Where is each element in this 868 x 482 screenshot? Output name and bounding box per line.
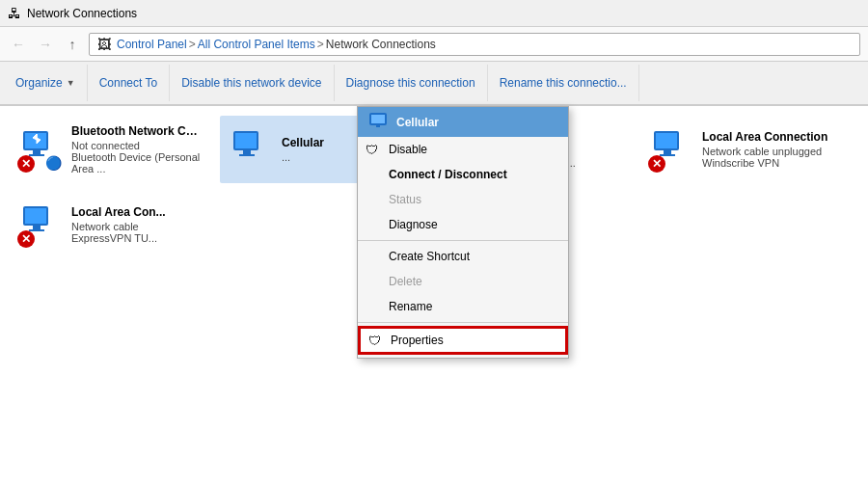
local-name: Local Area Connection <box>702 130 833 144</box>
organize-dropdown-arrow: ▼ <box>67 78 75 88</box>
bluetooth-icon-container: ✕ 🔵 <box>19 128 62 171</box>
properties-shield-icon: 🛡 <box>368 334 381 348</box>
svg-rect-3 <box>29 154 44 156</box>
disable-network-button[interactable]: Disable this network device <box>170 65 334 101</box>
back-button[interactable]: ← <box>8 34 29 55</box>
svg-rect-21 <box>29 229 44 231</box>
bluetooth-error-badge: ✕ <box>17 155 35 173</box>
svg-rect-23 <box>371 115 385 123</box>
breadcrumb-control-panel[interactable]: Control Panel <box>117 38 187 51</box>
separator-1: > <box>189 38 196 51</box>
svg-rect-24 <box>376 125 380 127</box>
svg-rect-16 <box>664 150 671 154</box>
local2-status: Network cable <box>71 221 203 232</box>
context-menu-create-shortcut[interactable]: Create Shortcut <box>358 244 568 269</box>
main-content: ✕ 🔵 Bluetooth Network Connection Not con… <box>0 106 868 482</box>
local2-error-badge: ✕ <box>17 230 35 248</box>
svg-rect-19 <box>25 208 46 224</box>
context-menu-delete: Delete <box>358 269 568 294</box>
context-menu-properties[interactable]: 🛡 Properties <box>358 326 568 355</box>
context-menu-status: Status <box>358 187 568 212</box>
separator-2: > <box>317 38 324 51</box>
breadcrumb-icon: 🖼 <box>97 37 111 52</box>
local2-detail: ExpressVPN TU... <box>71 232 203 244</box>
forward-button[interactable]: → <box>35 34 56 55</box>
address-bar: ← → ↑ 🖼 Control Panel > All Control Pane… <box>0 27 868 62</box>
up-button[interactable]: ↑ <box>62 34 83 55</box>
local2-icon-container: ✕ <box>19 203 62 246</box>
breadcrumb-all-items[interactable]: All Control Panel Items <box>198 38 315 51</box>
context-menu-title: Cellular <box>396 116 439 129</box>
bluetooth-detail: Bluetooth Device (Personal Area ... <box>71 151 203 174</box>
local-icon-container: ✕ <box>650 128 692 171</box>
bluetooth-overlay-icon: 🔵 <box>45 155 62 171</box>
svg-rect-9 <box>239 154 255 156</box>
cellular-monitor-icon <box>230 128 266 165</box>
local-info: Local Area Connection Network cable unpl… <box>702 130 833 169</box>
context-menu: Cellular 🛡 Disable Connect / Disconnect … <box>357 106 569 359</box>
organize-button[interactable]: Organize ▼ <box>4 65 88 101</box>
local-detail: Windscribe VPN <box>702 157 833 169</box>
cellular-header-icon <box>369 113 389 128</box>
network-item-bluetooth[interactable]: ✕ 🔵 Bluetooth Network Connection Not con… <box>10 116 212 183</box>
title-bar: 🖧 Network Connections <box>0 0 868 27</box>
connect-to-button[interactable]: Connect To <box>88 65 171 101</box>
network-item-local[interactable]: ✕ Local Area Connection Network cable un… <box>640 116 843 183</box>
diagnose-button[interactable]: Diagnose this connection <box>335 65 488 101</box>
svg-rect-7 <box>235 133 257 148</box>
title-bar-icon: 🖧 <box>8 6 21 21</box>
svg-rect-20 <box>33 226 41 229</box>
context-menu-sep-2 <box>358 322 568 323</box>
rename-button[interactable]: Rename this connectio... <box>488 65 639 101</box>
disable-shield-icon: 🛡 <box>366 143 378 157</box>
svg-rect-15 <box>656 133 677 148</box>
local-status: Network cable unplugged <box>702 146 833 157</box>
svg-rect-2 <box>33 150 41 154</box>
toolbar: Organize ▼ Connect To Disable this netwo… <box>0 62 868 106</box>
context-menu-disable[interactable]: 🛡 Disable <box>358 137 568 162</box>
local2-name: Local Area Con... <box>71 205 203 219</box>
svg-rect-17 <box>660 154 675 156</box>
context-menu-rename[interactable]: Rename <box>358 294 568 319</box>
network-item-local2[interactable]: ✕ Local Area Con... Network cable Expres… <box>10 191 212 258</box>
bluetooth-status: Not connected <box>71 140 203 151</box>
local-error-badge: ✕ <box>648 155 665 173</box>
context-menu-sep-1 <box>358 240 568 241</box>
cellular-icon-container <box>230 128 272 171</box>
context-menu-diagnose[interactable]: Diagnose <box>358 212 568 237</box>
context-menu-connect-disconnect[interactable]: Connect / Disconnect <box>358 162 568 187</box>
context-menu-header-icon <box>369 113 389 131</box>
bluetooth-name: Bluetooth Network Connection <box>71 124 203 138</box>
title-bar-text: Network Connections <box>27 7 137 20</box>
breadcrumb-network-connections: Network Connections <box>326 38 436 51</box>
context-menu-header: Cellular <box>358 107 568 137</box>
local2-info: Local Area Con... Network cable ExpressV… <box>71 205 203 244</box>
svg-rect-8 <box>243 150 251 154</box>
bluetooth-info: Bluetooth Network Connection Not connect… <box>71 124 203 174</box>
address-path: 🖼 Control Panel > All Control Panel Item… <box>89 33 860 56</box>
